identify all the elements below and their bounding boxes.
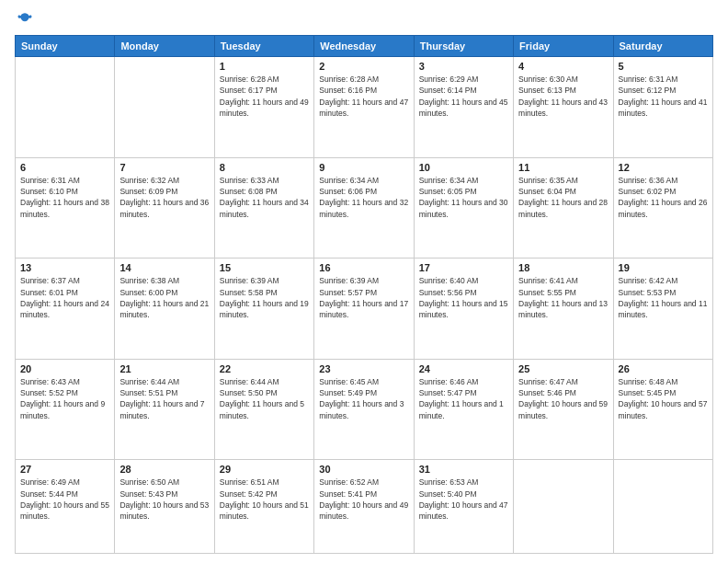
day-number: 12 [619,162,708,173]
day-number: 15 [220,262,309,273]
day-number: 16 [319,262,408,273]
calendar-week-row: 1Sunrise: 6:28 AMSunset: 6:17 PMDaylight… [16,57,713,158]
day-info: Sunrise: 6:28 AMSunset: 6:16 PMDaylight:… [319,74,408,119]
calendar-header-friday: Friday [514,36,613,57]
day-number: 10 [419,162,508,173]
logo-text [15,11,33,28]
day-info: Sunrise: 6:28 AMSunset: 6:17 PMDaylight:… [220,74,309,119]
day-info: Sunrise: 6:46 AMSunset: 5:47 PMDaylight:… [419,376,508,421]
day-info: Sunrise: 6:38 AMSunset: 6:00 PMDaylight:… [119,275,209,320]
day-info: Sunrise: 6:31 AMSunset: 6:12 PMDaylight:… [619,74,708,119]
day-info: Sunrise: 6:53 AMSunset: 5:40 PMDaylight:… [419,477,508,522]
calendar-cell: 30Sunrise: 6:52 AMSunset: 5:41 PMDayligh… [314,460,414,554]
day-info: Sunrise: 6:37 AMSunset: 6:01 PMDaylight:… [20,275,109,320]
calendar-cell: 16Sunrise: 6:39 AMSunset: 5:57 PMDayligh… [314,259,414,360]
day-info: Sunrise: 6:34 AMSunset: 6:06 PMDaylight:… [319,175,408,220]
day-number: 8 [220,162,309,173]
day-number: 13 [20,262,109,273]
day-number: 30 [319,464,408,475]
calendar-cell: 12Sunrise: 6:36 AMSunset: 6:02 PMDayligh… [613,157,712,259]
day-info: Sunrise: 6:31 AMSunset: 6:10 PMDaylight:… [20,175,109,220]
day-number: 21 [119,363,209,374]
calendar-week-row: 27Sunrise: 6:49 AMSunset: 5:44 PMDayligh… [16,460,713,554]
calendar-header-wednesday: Wednesday [314,36,414,57]
day-number: 9 [319,162,408,173]
calendar-header-monday: Monday [115,36,214,57]
day-number: 26 [619,363,708,374]
calendar-cell: 18Sunrise: 6:41 AMSunset: 5:55 PMDayligh… [514,259,613,360]
calendar-cell: 22Sunrise: 6:44 AMSunset: 5:50 PMDayligh… [214,359,313,460]
calendar-header-sunday: Sunday [16,36,115,57]
day-info: Sunrise: 6:52 AMSunset: 5:41 PMDaylight:… [319,477,408,522]
calendar-week-row: 6Sunrise: 6:31 AMSunset: 6:10 PMDaylight… [16,157,713,259]
day-info: Sunrise: 6:39 AMSunset: 5:57 PMDaylight:… [319,275,408,320]
day-number: 27 [20,464,109,475]
calendar-week-row: 20Sunrise: 6:43 AMSunset: 5:52 PMDayligh… [16,359,713,460]
calendar-header-thursday: Thursday [414,36,513,57]
calendar-cell: 4Sunrise: 6:30 AMSunset: 6:13 PMDaylight… [514,57,613,158]
day-number: 20 [20,363,109,374]
calendar-cell: 14Sunrise: 6:38 AMSunset: 6:00 PMDayligh… [115,259,214,360]
calendar-cell: 6Sunrise: 6:31 AMSunset: 6:10 PMDaylight… [16,157,115,259]
calendar-cell: 9Sunrise: 6:34 AMSunset: 6:06 PMDaylight… [314,157,414,259]
calendar-cell [613,460,712,554]
day-info: Sunrise: 6:42 AMSunset: 5:53 PMDaylight:… [619,275,708,320]
calendar-cell [514,460,613,554]
calendar-cell: 24Sunrise: 6:46 AMSunset: 5:47 PMDayligh… [414,359,513,460]
day-number: 2 [319,61,408,72]
day-number: 3 [419,61,508,72]
calendar-cell: 23Sunrise: 6:45 AMSunset: 5:49 PMDayligh… [314,359,414,460]
calendar-cell: 29Sunrise: 6:51 AMSunset: 5:42 PMDayligh… [214,460,313,554]
day-info: Sunrise: 6:47 AMSunset: 5:46 PMDaylight:… [518,376,608,421]
calendar-cell: 5Sunrise: 6:31 AMSunset: 6:12 PMDaylight… [613,57,712,158]
day-info: Sunrise: 6:43 AMSunset: 5:52 PMDaylight:… [20,376,109,421]
logo [15,11,33,28]
day-number: 22 [220,363,309,374]
day-info: Sunrise: 6:33 AMSunset: 6:08 PMDaylight:… [220,175,309,220]
day-number: 24 [419,363,508,374]
calendar-header-row: SundayMondayTuesdayWednesdayThursdayFrid… [16,36,713,57]
calendar-cell: 13Sunrise: 6:37 AMSunset: 6:01 PMDayligh… [16,259,115,360]
calendar-cell: 27Sunrise: 6:49 AMSunset: 5:44 PMDayligh… [16,460,115,554]
calendar-cell: 11Sunrise: 6:35 AMSunset: 6:04 PMDayligh… [514,157,613,259]
day-number: 29 [220,464,309,475]
day-info: Sunrise: 6:39 AMSunset: 5:58 PMDaylight:… [220,275,309,320]
day-info: Sunrise: 6:34 AMSunset: 6:05 PMDaylight:… [419,175,508,220]
calendar-week-row: 13Sunrise: 6:37 AMSunset: 6:01 PMDayligh… [16,259,713,360]
day-info: Sunrise: 6:35 AMSunset: 6:04 PMDaylight:… [518,175,608,220]
header [15,11,713,28]
day-number: 1 [220,61,309,72]
day-number: 25 [518,363,608,374]
calendar-cell: 26Sunrise: 6:48 AMSunset: 5:45 PMDayligh… [613,359,712,460]
day-info: Sunrise: 6:50 AMSunset: 5:43 PMDaylight:… [119,477,209,522]
calendar-cell: 21Sunrise: 6:44 AMSunset: 5:51 PMDayligh… [115,359,214,460]
day-info: Sunrise: 6:44 AMSunset: 5:51 PMDaylight:… [119,376,209,421]
calendar-cell: 2Sunrise: 6:28 AMSunset: 6:16 PMDaylight… [314,57,414,158]
day-info: Sunrise: 6:45 AMSunset: 5:49 PMDaylight:… [319,376,408,421]
logo-bird-icon [17,11,33,28]
calendar-cell: 25Sunrise: 6:47 AMSunset: 5:46 PMDayligh… [514,359,613,460]
calendar-cell: 7Sunrise: 6:32 AMSunset: 6:09 PMDaylight… [115,157,214,259]
day-number: 6 [20,162,109,173]
day-number: 19 [619,262,708,273]
day-info: Sunrise: 6:30 AMSunset: 6:13 PMDaylight:… [518,74,608,119]
day-number: 7 [119,162,209,173]
day-number: 4 [518,61,608,72]
calendar-header-tuesday: Tuesday [214,36,313,57]
calendar-cell [115,57,214,158]
day-info: Sunrise: 6:41 AMSunset: 5:55 PMDaylight:… [518,275,608,320]
calendar-table: SundayMondayTuesdayWednesdayThursdayFrid… [15,35,713,554]
calendar-cell [16,57,115,158]
day-info: Sunrise: 6:36 AMSunset: 6:02 PMDaylight:… [619,175,708,220]
day-info: Sunrise: 6:48 AMSunset: 5:45 PMDaylight:… [619,376,708,421]
page: SundayMondayTuesdayWednesdayThursdayFrid… [0,0,728,563]
calendar-cell: 19Sunrise: 6:42 AMSunset: 5:53 PMDayligh… [613,259,712,360]
calendar-cell: 20Sunrise: 6:43 AMSunset: 5:52 PMDayligh… [16,359,115,460]
day-number: 11 [518,162,608,173]
calendar-cell: 31Sunrise: 6:53 AMSunset: 5:40 PMDayligh… [414,460,513,554]
day-number: 31 [419,464,508,475]
day-number: 5 [619,61,708,72]
calendar-cell: 8Sunrise: 6:33 AMSunset: 6:08 PMDaylight… [214,157,313,259]
calendar-cell: 17Sunrise: 6:40 AMSunset: 5:56 PMDayligh… [414,259,513,360]
day-number: 28 [119,464,209,475]
